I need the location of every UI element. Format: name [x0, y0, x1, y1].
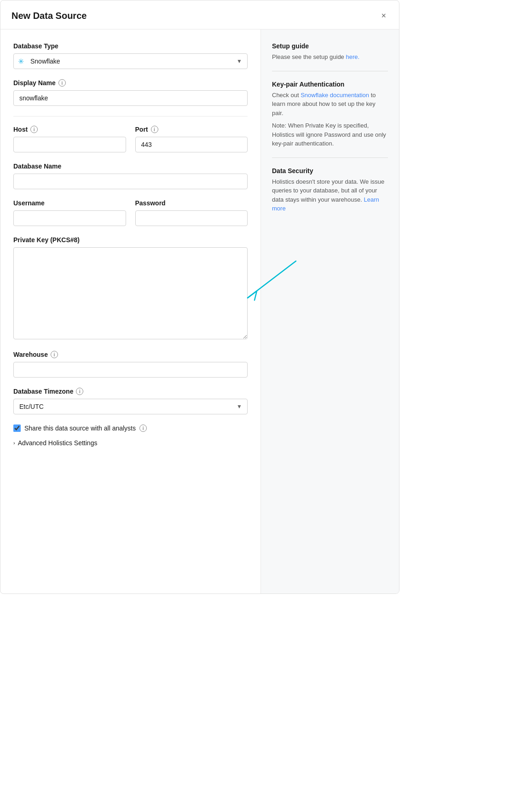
- warehouse-section: Warehouse i: [13, 351, 248, 378]
- share-info-icon[interactable]: i: [139, 425, 147, 432]
- display-name-info-icon[interactable]: i: [58, 79, 66, 87]
- database-timezone-section: Database Timezone i Etc/UTC UTC America/…: [13, 388, 248, 414]
- private-key-section: Private Key (PKCS#8): [13, 236, 248, 341]
- snowflake-icon: ✳: [18, 57, 24, 66]
- setup-guide-link[interactable]: here.: [346, 53, 359, 60]
- username-section: Username: [13, 199, 126, 226]
- host-label: Host i: [13, 126, 126, 133]
- database-type-section: Database Type ✳ Snowflake BigQuery Redsh…: [13, 42, 248, 69]
- database-timezone-select[interactable]: Etc/UTC UTC America/New_York America/Chi…: [13, 399, 248, 414]
- display-name-input[interactable]: [13, 90, 248, 106]
- warehouse-info-icon[interactable]: i: [51, 351, 58, 358]
- private-key-wrapper: [13, 247, 248, 341]
- advanced-settings-toggle[interactable]: › Advanced Holistics Settings: [13, 439, 97, 447]
- host-section: Host i: [13, 126, 126, 152]
- port-input[interactable]: [135, 137, 248, 152]
- setup-guide-title: Setup guide: [272, 42, 388, 50]
- password-input[interactable]: [135, 210, 248, 226]
- keypair-text: Check out Snowflake documentation to lea…: [272, 91, 388, 118]
- setup-guide-text: Please see the setup guide here.: [272, 52, 388, 62]
- keypair-note: Note: When Private Key is specified, Hol…: [272, 121, 388, 148]
- display-name-section: Display Name i: [13, 79, 248, 106]
- password-section: Password: [135, 199, 248, 226]
- snowflake-docs-link[interactable]: Snowflake documentation: [301, 92, 369, 99]
- setup-guide-section: Setup guide Please see the setup guide h…: [272, 42, 388, 71]
- data-security-title: Data Security: [272, 167, 388, 174]
- share-checkbox[interactable]: [13, 425, 21, 432]
- private-key-label: Private Key (PKCS#8): [13, 236, 248, 244]
- port-label: Port i: [135, 126, 248, 133]
- database-type-select[interactable]: Snowflake BigQuery Redshift PostgreSQL M…: [13, 53, 248, 69]
- modal-header: New Data Source ×: [0, 0, 399, 29]
- left-panel: Database Type ✳ Snowflake BigQuery Redsh…: [0, 29, 261, 593]
- warehouse-label: Warehouse i: [13, 351, 248, 358]
- port-section: Port i: [135, 126, 248, 152]
- database-type-label: Database Type: [13, 42, 248, 50]
- advanced-chevron-icon: ›: [13, 440, 15, 446]
- keypair-title: Key-pair Authentication: [272, 81, 388, 88]
- database-name-label: Database Name: [13, 163, 248, 170]
- database-name-input[interactable]: [13, 174, 248, 189]
- right-panel: Setup guide Please see the setup guide h…: [261, 29, 399, 593]
- database-timezone-info-icon[interactable]: i: [76, 388, 83, 395]
- new-data-source-modal: New Data Source × Database Type ✳ Snowfl…: [0, 0, 399, 594]
- share-checkbox-row: Share this data source with all analysts…: [13, 425, 248, 432]
- data-security-section: Data Security Holistics doesn't store yo…: [272, 167, 388, 222]
- database-timezone-select-wrapper: Etc/UTC UTC America/New_York America/Chi…: [13, 399, 248, 414]
- database-name-section: Database Name: [13, 163, 248, 189]
- host-input[interactable]: [13, 137, 126, 152]
- username-input[interactable]: [13, 210, 126, 226]
- share-checkbox-label: Share this data source with all analysts: [24, 425, 136, 432]
- warehouse-input[interactable]: [13, 362, 248, 378]
- private-key-input[interactable]: [13, 247, 248, 339]
- modal-title: New Data Source: [12, 11, 87, 21]
- data-security-text: Holistics doesn't store your data. We is…: [272, 177, 388, 213]
- username-password-row: Username Password: [13, 199, 248, 226]
- host-port-row: Host i Port i: [13, 126, 248, 152]
- database-type-select-wrapper: ✳ Snowflake BigQuery Redshift PostgreSQL…: [13, 53, 248, 69]
- display-name-label: Display Name i: [13, 79, 248, 87]
- keypair-section: Key-pair Authentication Check out Snowfl…: [272, 81, 388, 158]
- close-button[interactable]: ×: [379, 10, 388, 22]
- username-label: Username: [13, 199, 126, 207]
- host-info-icon[interactable]: i: [30, 126, 38, 133]
- password-label: Password: [135, 199, 248, 207]
- modal-body: Database Type ✳ Snowflake BigQuery Redsh…: [0, 29, 399, 593]
- database-timezone-label: Database Timezone i: [13, 388, 248, 395]
- port-info-icon[interactable]: i: [151, 126, 158, 133]
- divider: [13, 116, 248, 116]
